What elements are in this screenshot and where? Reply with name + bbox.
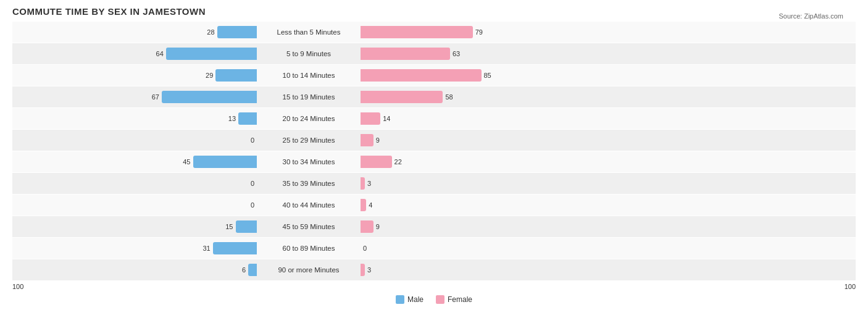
chart-row: 6 90 or more Minutes 3 [12, 259, 856, 280]
bar-container-right: 85 [361, 69, 856, 82]
chart-row: 67 15 to 19 Minutes 58 [12, 86, 856, 107]
bar-container-right: 22 [361, 156, 856, 168]
bar-container-left: 0 [12, 177, 257, 190]
right-section: 3 [358, 177, 856, 190]
left-section: 0 [12, 134, 259, 146]
row-label: 40 to 44 Minutes [259, 201, 358, 209]
right-section: 9 [358, 134, 856, 146]
female-bar [361, 112, 380, 125]
male-value: 67 [152, 93, 159, 101]
right-section: 58 [358, 91, 856, 103]
bar-container-right: 3 [361, 177, 856, 190]
male-value: 45 [183, 158, 190, 166]
left-section: 0 [12, 199, 259, 211]
female-value: 4 [369, 201, 372, 209]
male-value: 6 [242, 266, 246, 274]
male-bar [213, 242, 257, 254]
male-value: 13 [228, 115, 236, 122]
bar-container-left: 31 [12, 242, 257, 254]
right-section: 0 [358, 242, 856, 254]
bar-container-left: 0 [12, 134, 257, 146]
row-label: 35 to 39 Minutes [259, 180, 358, 187]
male-value: 31 [202, 245, 210, 252]
bar-container-left: 28 [12, 26, 257, 38]
female-value: 0 [363, 245, 367, 252]
bar-container-left: 45 [12, 156, 257, 168]
bar-container-right: 79 [361, 26, 856, 38]
female-bar [361, 220, 373, 233]
male-bar [248, 264, 257, 276]
legend-male-label: Male [407, 295, 424, 304]
right-section: 14 [358, 112, 856, 125]
chart-row: 28 Less than 5 Minutes 79 [12, 22, 856, 43]
female-value: 63 [453, 50, 460, 57]
left-section: 29 [12, 69, 259, 82]
male-bar [162, 91, 257, 103]
chart-row: 0 35 to 39 Minutes 3 [12, 173, 856, 194]
female-value: 3 [367, 266, 371, 274]
female-bar [361, 48, 450, 60]
male-bar [193, 156, 257, 168]
chart-row: 0 40 to 44 Minutes 4 [12, 195, 856, 216]
left-section: 67 [12, 91, 259, 103]
axis-left-label: 100 [12, 283, 23, 290]
right-section: 79 [358, 26, 856, 38]
bar-container-right: 4 [361, 199, 856, 211]
male-bar [238, 112, 257, 125]
left-section: 45 [12, 156, 259, 168]
row-label: 15 to 19 Minutes [259, 93, 358, 101]
female-value: 9 [376, 223, 380, 230]
male-value: 15 [225, 223, 233, 230]
source-label: Source: ZipAtlas.com [778, 12, 843, 20]
row-label: 45 to 59 Minutes [259, 223, 358, 230]
right-section: 63 [358, 48, 856, 60]
legend-female: Female [436, 295, 472, 304]
right-section: 4 [358, 199, 856, 211]
female-value: 58 [445, 93, 453, 101]
bar-container-left: 6 [12, 264, 257, 276]
bar-container-right: 9 [361, 220, 856, 233]
male-bar [217, 26, 257, 38]
male-value: 64 [156, 50, 164, 57]
bar-container-left: 15 [12, 220, 257, 233]
chart-row: 64 5 to 9 Minutes 63 [12, 43, 856, 64]
row-label: 30 to 34 Minutes [259, 158, 358, 166]
male-value: 28 [207, 28, 214, 36]
right-section: 85 [358, 69, 856, 82]
axis-right-label: 100 [845, 283, 856, 290]
row-label: 10 to 14 Minutes [259, 72, 358, 79]
bar-container-right: 58 [361, 91, 856, 103]
female-value: 9 [376, 136, 380, 144]
female-value: 14 [383, 115, 390, 122]
chart-row: 0 25 to 29 Minutes 9 [12, 130, 856, 151]
right-section: 3 [358, 264, 856, 276]
bar-container-right: 63 [361, 48, 856, 60]
right-section: 22 [358, 156, 856, 168]
female-value: 85 [484, 72, 491, 79]
row-label: 60 to 89 Minutes [259, 245, 358, 252]
female-bar [361, 69, 482, 82]
bar-container-left: 67 [12, 91, 257, 103]
bar-container-left: 13 [12, 112, 257, 125]
female-bar [361, 177, 365, 190]
chart-area: 28 Less than 5 Minutes 79 64 5 to 9 Minu… [12, 22, 856, 280]
left-section: 64 [12, 48, 259, 60]
female-bar [361, 134, 373, 146]
bar-container-left: 0 [12, 199, 257, 211]
legend: Male Female [12, 295, 856, 304]
chart-row: 13 20 to 24 Minutes 14 [12, 108, 856, 129]
male-value: 29 [206, 72, 213, 79]
legend-male-box [396, 295, 404, 304]
female-value: 79 [475, 28, 483, 36]
right-section: 9 [358, 220, 856, 233]
bar-container-right: 0 [361, 242, 856, 254]
bar-container-left: 64 [12, 48, 257, 60]
female-bar [361, 156, 392, 168]
female-value: 3 [367, 180, 371, 187]
row-label: 90 or more Minutes [259, 266, 358, 274]
female-value: 22 [394, 158, 402, 166]
left-section: 13 [12, 112, 259, 125]
row-label: Less than 5 Minutes [259, 28, 358, 36]
left-section: 31 [12, 242, 259, 254]
row-label: 5 to 9 Minutes [259, 50, 358, 57]
